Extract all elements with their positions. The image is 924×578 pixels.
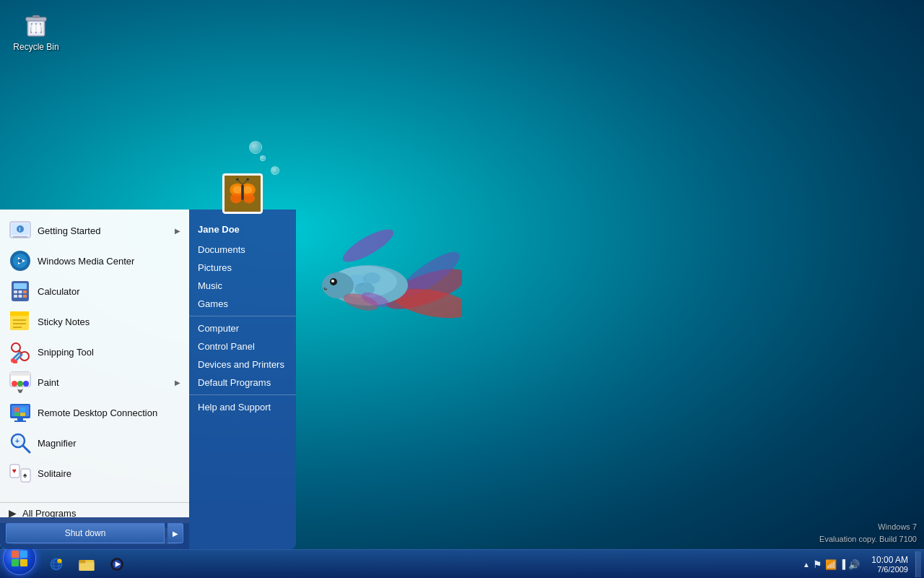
start-menu-right-control-panel[interactable]: Control Panel [189, 337, 296, 355]
svg-point-7 [363, 272, 380, 284]
recycle-bin-icon[interactable]: Recycle Bin [7, 7, 65, 55]
clock-time: 10:00 AM [871, 555, 908, 565]
svg-rect-77 [241, 185, 244, 200]
betta-fish [303, 202, 462, 361]
taskbar-ie[interactable]: e [42, 551, 71, 577]
svg-rect-58 [14, 407, 19, 412]
svg-rect-32 [14, 283, 27, 289]
tray-volume-icon[interactable]: 🔊 [848, 559, 860, 570]
rdp-icon [9, 401, 32, 424]
svg-text:♥: ♥ [12, 467, 17, 475]
windows-info: Windows 7 Evaluation copy. Build 7100 [819, 521, 917, 545]
user-avatar-area [222, 173, 263, 214]
start-menu-item-getting-started[interactable]: ! Getting Started ▶ [0, 215, 189, 246]
bubble-decoration [260, 155, 266, 161]
svg-rect-17 [32, 15, 40, 18]
start-menu: ! Getting Started ▶ [0, 210, 296, 549]
svg-rect-36 [14, 295, 17, 298]
start-menu-right-pictures[interactable]: Pictures [189, 259, 296, 277]
svg-point-11 [331, 280, 334, 282]
svg-rect-38 [23, 295, 27, 298]
start-menu-programs-list: ! Getting Started ▶ [0, 210, 189, 502]
start-menu-item-rdp[interactable]: Remote Desktop Connection [0, 397, 189, 428]
start-menu-item-calculator[interactable]: Calculator [0, 276, 189, 306]
magnifier-icon: + [9, 431, 32, 454]
win7-title: Windows 7 [819, 521, 917, 533]
svg-rect-50 [10, 372, 30, 376]
svg-rect-61 [20, 413, 25, 416]
solitaire-label: Solitaire [38, 468, 71, 479]
svg-rect-83 [20, 551, 27, 558]
start-menu-item-snipping-tool[interactable]: Snipping Tool [0, 337, 189, 367]
start-menu-item-paint[interactable]: Paint ▶ [0, 367, 189, 397]
win7-build: Evaluation copy. Build 7100 [819, 533, 917, 545]
user-name[interactable]: Jane Doe [189, 224, 296, 241]
wmc-icon [9, 249, 32, 272]
svg-point-51 [12, 381, 17, 387]
getting-started-arrow: ▶ [175, 227, 180, 235]
svg-point-30 [18, 259, 22, 263]
getting-started-icon: ! [9, 219, 32, 242]
taskbar-file-explorer[interactable] [72, 551, 101, 577]
paint-icon [9, 371, 32, 394]
user-avatar[interactable] [222, 173, 263, 214]
clock[interactable]: 10:00 AM 7/6/2009 [866, 555, 914, 574]
show-desktop-button[interactable] [915, 551, 921, 577]
start-menu-item-wmc[interactable]: Windows Media Center [0, 246, 189, 276]
svg-rect-56 [17, 418, 23, 420]
svg-rect-82 [12, 551, 19, 558]
calculator-icon [9, 280, 32, 303]
svg-rect-59 [20, 407, 25, 412]
svg-rect-26 [13, 236, 27, 238]
svg-rect-34 [19, 290, 22, 293]
start-menu-right-default-programs[interactable]: Default Programs [189, 374, 296, 392]
start-menu-item-magnifier[interactable]: + Magnifier [0, 428, 189, 458]
svg-text:+: + [15, 437, 19, 445]
desktop: Recycle Bin Windows 7 Evaluation copy. B… [0, 0, 924, 578]
svg-point-73 [230, 193, 242, 203]
getting-started-label: Getting Started [38, 225, 100, 236]
start-menu-item-sticky-notes[interactable]: Sticky Notes [0, 306, 189, 337]
svg-text:♠: ♠ [23, 471, 27, 479]
tray-flag-icon[interactable]: ⚑ [813, 558, 822, 570]
start-menu-right-games[interactable]: Games [189, 295, 296, 313]
svg-point-52 [17, 381, 23, 387]
right-divider-1 [189, 316, 296, 316]
tray-expand-icon[interactable]: ▲ [803, 561, 810, 569]
taskbar-items: e [42, 551, 131, 577]
sticky-notes-label: Sticky Notes [38, 316, 90, 327]
start-menu-item-solitaire[interactable]: ♥ ♠ Solitaire [0, 458, 189, 488]
start-menu-right-documents[interactable]: Documents [189, 241, 296, 259]
bubble-decoration [271, 166, 279, 175]
svg-rect-21 [31, 25, 41, 32]
svg-rect-33 [14, 290, 17, 293]
svg-point-53 [23, 381, 29, 387]
snipping-tool-label: Snipping Tool [38, 347, 94, 358]
start-menu-left-panel: ! Getting Started ▶ [0, 210, 189, 549]
svg-line-64 [23, 446, 30, 452]
svg-point-80 [236, 178, 239, 181]
magnifier-label: Magnifier [38, 438, 76, 449]
shutdown-button[interactable]: Shut down [6, 523, 165, 543]
svg-rect-60 [14, 413, 19, 416]
shutdown-arrow-button[interactable]: ▶ [167, 523, 183, 543]
tray-icons: ▲ ⚑ 📶 ▐ 🔊 [798, 558, 864, 570]
svg-rect-95 [79, 560, 86, 564]
tray-network-icon[interactable]: 📶 [825, 559, 837, 570]
svg-point-74 [243, 193, 255, 203]
shutdown-bar: Shut down ▶ [0, 517, 189, 549]
clock-date: 7/6/2009 [877, 565, 908, 574]
recycle-bin-image [22, 10, 51, 39]
tray-signal-icon[interactable]: ▐ [840, 559, 846, 569]
recycle-bin-label: Recycle Bin [13, 42, 58, 52]
svg-rect-35 [23, 290, 27, 293]
wmc-label: Windows Media Center [38, 256, 134, 267]
taskbar-media-player[interactable] [103, 551, 131, 577]
svg-rect-37 [19, 295, 22, 298]
svg-rect-57 [14, 420, 26, 422]
start-menu-right-devices[interactable]: Devices and Printers [189, 355, 296, 374]
start-menu-right-panel: Jane Doe Documents Pictures Music Games … [189, 210, 296, 549]
start-menu-right-help[interactable]: Help and Support [189, 398, 296, 416]
start-menu-right-music[interactable]: Music [189, 277, 296, 295]
start-menu-right-computer[interactable]: Computer [189, 319, 296, 337]
